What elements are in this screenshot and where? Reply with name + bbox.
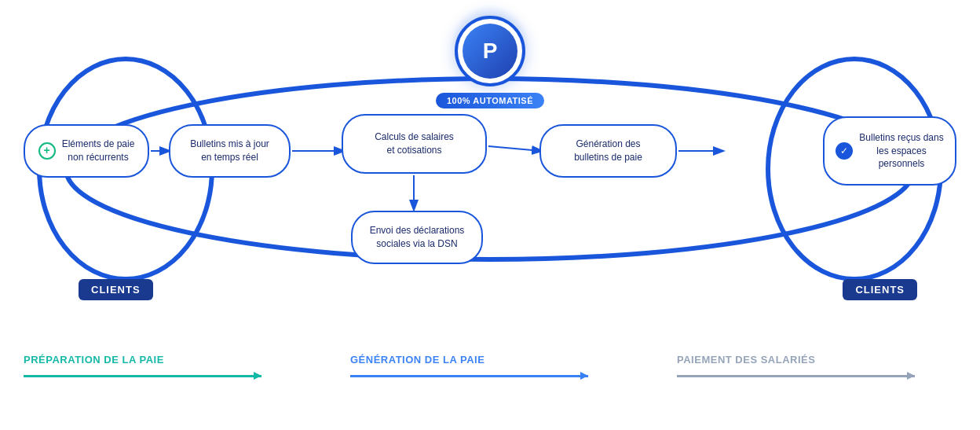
bulletins-update-text: Bulletins mis à jour en temps réel xyxy=(190,138,269,164)
box-generation: Génération des bulletins de paie xyxy=(539,124,677,178)
phases-section: PRÉPARATION DE LA PAIE GÉNÉRATION DE LA … xyxy=(0,338,980,430)
phase-preparation: PRÉPARATION DE LA PAIE xyxy=(0,354,327,377)
phase-preparation-arrow xyxy=(24,375,261,377)
box-calculs: Calculs de salaires et cotisations xyxy=(342,114,487,174)
logo-circle: P xyxy=(455,16,525,86)
box-declarations: Envoi des déclarations sociales via la D… xyxy=(351,211,483,264)
box-bulletins-recus: ✓ Bulletins reçus dans les espaces perso… xyxy=(823,116,956,186)
phase-generation-arrow xyxy=(350,375,588,377)
phase-preparation-label: PRÉPARATION DE LA PAIE xyxy=(24,354,164,366)
auto-badge: 100% AUTOMATISÉ xyxy=(436,93,544,108)
phase-generation-label: GÉNÉRATION DE LA PAIE xyxy=(350,354,485,366)
phase-generation: GÉNÉRATION DE LA PAIE xyxy=(327,354,653,377)
box-elements: + Eléments de paie non récurrents xyxy=(24,124,149,178)
bulletins-recus-text: Bulletins reçus dans les espaces personn… xyxy=(859,131,944,171)
phase-paiement-label: PAIEMENT DES SALARIÉS xyxy=(677,354,815,366)
clients-badge-right: CLIENTS xyxy=(843,279,917,300)
declarations-text: Envoi des déclarations sociales via la D… xyxy=(370,224,465,251)
phase-paiement-arrow xyxy=(677,375,915,377)
clients-badge-left: CLIENTS xyxy=(79,279,153,300)
phase-paiement: PAIEMENT DES SALARIÉS xyxy=(653,354,980,377)
calculs-text: Calculs de salaires et cotisations xyxy=(375,130,454,157)
diagram-container: P 100% AUTOMATISÉ + Eléments de paie non… xyxy=(0,0,980,338)
box-bulletins-update: Bulletins mis à jour en temps réel xyxy=(169,124,291,178)
logo-letter: P xyxy=(463,24,517,79)
plus-icon: + xyxy=(38,142,56,160)
generation-text: Génération des bulletins de paie xyxy=(574,138,642,164)
check-icon: ✓ xyxy=(836,142,853,160)
elements-text: Eléments de paie non récurrents xyxy=(62,138,135,164)
svg-line-6 xyxy=(488,146,541,151)
